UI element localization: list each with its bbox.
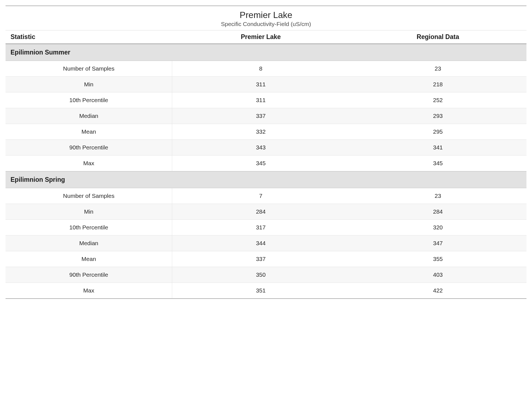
cell-lake: 332: [172, 124, 349, 139]
cell-regional: 355: [349, 251, 526, 267]
table-row: Median 337 293: [6, 108, 526, 124]
cell-statistic: Number of Samples: [6, 61, 172, 76]
cell-statistic: Max: [6, 283, 172, 298]
table-row: 10th Percentile 317 320: [6, 220, 526, 235]
statistics-table: Premier Lake Specific Conductivity-Field…: [6, 6, 526, 299]
cell-lake: 337: [172, 108, 349, 124]
cell-regional: 252: [349, 92, 526, 108]
cell-statistic: Min: [6, 77, 172, 92]
cell-regional: 284: [349, 204, 526, 219]
table-row: 10th Percentile 311 252: [6, 92, 526, 108]
table-subtitle: Specific Conductivity-Field (uS/cm): [6, 21, 526, 27]
table-row: Max 351 422: [6, 283, 526, 299]
cell-statistic: Median: [6, 235, 172, 251]
cell-regional: 422: [349, 283, 526, 298]
cell-statistic: 10th Percentile: [6, 92, 172, 108]
column-headers: Statistic Premier Lake Regional Data: [6, 30, 526, 44]
cell-lake: 345: [172, 156, 349, 171]
cell-statistic: Max: [6, 156, 172, 171]
cell-lake: 8: [172, 61, 349, 76]
cell-regional: 218: [349, 77, 526, 92]
table-title: Premier Lake: [6, 10, 526, 20]
column-header-regional: Regional Data: [349, 33, 526, 41]
cell-statistic: Mean: [6, 251, 172, 267]
cell-statistic: 90th Percentile: [6, 140, 172, 155]
cell-statistic: Mean: [6, 124, 172, 139]
cell-lake: 343: [172, 140, 349, 155]
table-row: Number of Samples 7 23: [6, 188, 526, 204]
cell-regional: 403: [349, 267, 526, 283]
cell-regional: 293: [349, 108, 526, 124]
cell-regional: 23: [349, 61, 526, 76]
cell-statistic: Number of Samples: [6, 188, 172, 204]
cell-lake: 311: [172, 92, 349, 108]
cell-regional: 295: [349, 124, 526, 139]
cell-regional: 341: [349, 140, 526, 155]
cell-lake: 284: [172, 204, 349, 219]
table-row: 90th Percentile 350 403: [6, 267, 526, 283]
cell-regional: 23: [349, 188, 526, 204]
cell-regional: 347: [349, 235, 526, 251]
section-header: Epilimnion Spring: [6, 171, 526, 188]
cell-lake: 351: [172, 283, 349, 298]
cell-regional: 320: [349, 220, 526, 235]
cell-lake: 317: [172, 220, 349, 235]
cell-statistic: Median: [6, 108, 172, 124]
table-row: Min 311 218: [6, 77, 526, 92]
table-header: Premier Lake Specific Conductivity-Field…: [6, 6, 526, 30]
table-row: Median 344 347: [6, 235, 526, 251]
column-header-lake: Premier Lake: [172, 33, 349, 41]
cell-statistic: Min: [6, 204, 172, 219]
cell-regional: 345: [349, 156, 526, 171]
cell-lake: 350: [172, 267, 349, 283]
cell-lake: 7: [172, 188, 349, 204]
cell-lake: 344: [172, 235, 349, 251]
cell-statistic: 90th Percentile: [6, 267, 172, 283]
table-row: Mean 337 355: [6, 251, 526, 267]
table-row: Max 345 345: [6, 156, 526, 171]
section-header: Epilimnion Summer: [6, 44, 526, 61]
table-row: 90th Percentile 343 341: [6, 140, 526, 156]
cell-statistic: 10th Percentile: [6, 220, 172, 235]
table-row: Min 284 284: [6, 204, 526, 220]
table-row: Number of Samples 8 23: [6, 61, 526, 77]
table-row: Mean 332 295: [6, 124, 526, 140]
column-header-statistic: Statistic: [6, 33, 172, 41]
cell-lake: 337: [172, 251, 349, 267]
cell-lake: 311: [172, 77, 349, 92]
